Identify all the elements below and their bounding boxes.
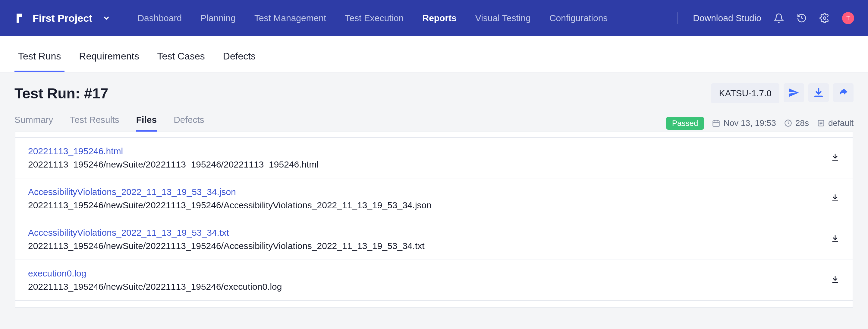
tab-defects[interactable]: Defects (223, 51, 255, 72)
nav-configurations[interactable]: Configurations (550, 13, 608, 23)
inner-tab-files[interactable]: Files (136, 115, 157, 132)
logo-icon (14, 13, 25, 24)
share-button[interactable] (833, 83, 854, 102)
version-badge[interactable]: KATSU-1.7.0 (711, 83, 779, 103)
file-info: execution0.log 20221113_195246/newSuite/… (28, 268, 282, 292)
files-header-sliver (15, 132, 853, 138)
file-info: 20221113_195246.html 20221113_195246/new… (28, 146, 318, 170)
file-row-continuation (15, 300, 853, 307)
tab-test-runs[interactable]: Test Runs (18, 51, 61, 72)
download-arrow-icon (830, 152, 840, 162)
download-button[interactable] (808, 83, 829, 102)
file-path: 20221113_195246/newSuite/20221113_195246… (28, 282, 282, 292)
inner-tab-defects[interactable]: Defects (174, 115, 204, 132)
file-name-link[interactable]: 20221113_195246.html (28, 146, 318, 156)
calendar-icon (712, 119, 720, 127)
avatar[interactable]: T (842, 12, 854, 24)
history-icon (797, 13, 807, 23)
files-list: 20221113_195246.html 20221113_195246/new… (0, 132, 868, 307)
status-date-text: Nov 13, 19:53 (723, 118, 776, 128)
download-icon (813, 87, 824, 98)
file-download-button[interactable] (830, 193, 840, 204)
file-info: AccessibilityViolations_2022_11_13_19_53… (28, 187, 432, 210)
download-arrow-icon (830, 274, 840, 284)
gear-icon (819, 13, 830, 23)
file-download-button[interactable] (830, 234, 840, 245)
top-header: First Project Dashboard Planning Test Ma… (0, 0, 868, 36)
nav-planning[interactable]: Planning (200, 13, 236, 23)
nav-dashboard[interactable]: Dashboard (137, 13, 182, 23)
file-row: AccessibilityViolations_2022_11_13_19_53… (15, 178, 853, 219)
bell-icon (774, 13, 784, 23)
divider (678, 12, 678, 24)
inner-tab-test-results[interactable]: Test Results (70, 115, 119, 132)
status-profile: default (817, 118, 854, 128)
notifications-button[interactable] (773, 13, 784, 24)
file-download-button[interactable] (830, 274, 840, 286)
main-nav: Dashboard Planning Test Management Test … (137, 13, 608, 23)
status-badge: Passed (666, 117, 704, 130)
status-duration: 28s (784, 118, 809, 128)
share-icon (838, 87, 849, 98)
title-bar: Test Run: #17 KATSU-1.7.0 (0, 73, 868, 112)
status-profile-text: default (828, 118, 854, 128)
file-info: AccessibilityViolations_2022_11_13_19_53… (28, 227, 425, 251)
settings-button[interactable] (819, 13, 830, 24)
file-name-link[interactable]: AccessibilityViolations_2022_11_13_19_53… (28, 227, 425, 238)
report-tabs: Test Runs Requirements Test Cases Defect… (0, 36, 868, 73)
status-duration-text: 28s (795, 118, 809, 128)
file-row: execution0.log 20221113_195246/newSuite/… (15, 259, 853, 301)
file-path: 20221113_195246/newSuite/20221113_195246… (28, 241, 425, 251)
download-arrow-icon (830, 234, 840, 243)
svg-rect-1 (713, 121, 719, 127)
tab-test-cases[interactable]: Test Cases (157, 51, 205, 72)
status-date: Nov 13, 19:53 (712, 118, 776, 128)
inner-tabs: Summary Test Results Files Defects (14, 115, 204, 132)
header-right: Download Studio T (675, 12, 854, 24)
inner-tab-summary[interactable]: Summary (14, 115, 53, 132)
file-name-link[interactable]: execution0.log (28, 268, 282, 279)
profile-icon (817, 119, 825, 127)
title-actions: KATSU-1.7.0 (711, 83, 854, 103)
inner-tabs-bar: Summary Test Results Files Defects Passe… (0, 112, 868, 132)
file-row: AccessibilityViolations_2022_11_13_19_53… (15, 219, 853, 260)
nav-test-management[interactable]: Test Management (254, 13, 326, 23)
nav-reports[interactable]: Reports (423, 13, 457, 23)
download-arrow-icon (830, 193, 840, 202)
send-icon (788, 87, 799, 98)
history-button[interactable] (796, 13, 807, 24)
file-path: 20221113_195246/newSuite/20221113_195246… (28, 200, 432, 210)
file-path: 20221113_195246/newSuite/20221113_195246… (28, 159, 318, 170)
svg-point-0 (824, 17, 826, 20)
tab-requirements[interactable]: Requirements (79, 51, 139, 72)
project-name: First Project (33, 12, 92, 24)
clock-icon (784, 119, 792, 127)
file-name-link[interactable]: AccessibilityViolations_2022_11_13_19_53… (28, 187, 432, 197)
download-studio-link[interactable]: Download Studio (693, 13, 761, 23)
rerun-button[interactable] (784, 83, 804, 102)
page-title: Test Run: #17 (14, 85, 108, 102)
file-row: 20221113_195246.html 20221113_195246/new… (15, 137, 853, 179)
status-bar: Passed Nov 13, 19:53 28s default (666, 117, 854, 130)
nav-visual-testing[interactable]: Visual Testing (475, 13, 531, 23)
file-download-button[interactable] (830, 152, 840, 164)
nav-test-execution[interactable]: Test Execution (345, 13, 404, 23)
chevron-down-icon (102, 14, 110, 22)
project-selector[interactable]: First Project (14, 12, 110, 24)
